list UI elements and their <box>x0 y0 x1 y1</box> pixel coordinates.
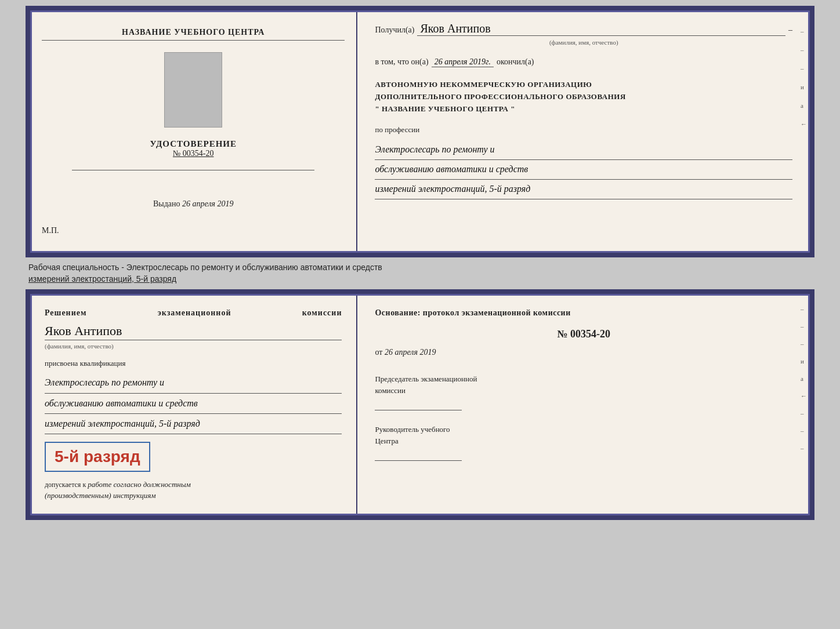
profession-line1: Электрослесарь по ремонту и <box>375 140 792 160</box>
qual-line2: обслуживанию автоматики и средств <box>45 394 342 414</box>
document-wrapper: НАЗВАНИЕ УЧЕБНОГО ЦЕНТРА УДОСТОВЕРЕНИЕ №… <box>26 6 814 520</box>
qualification-block: Электрослесарь по ремонту и обслуживанию… <box>45 373 342 434</box>
chairman-title2: комиссии <box>375 385 792 397</box>
admitted-handwritten2: (производственным) инструкциям <box>45 491 156 500</box>
recipient-line: Получил(а) Яков Антипов – <box>375 22 792 36</box>
middle-line1: Рабочая специальность - Электрослесарь п… <box>28 262 812 274</box>
org-line3: " НАЗВАНИЕ УЧЕБНОГО ЦЕНТРА " <box>375 103 792 115</box>
commission-title: Решением экзаменационной комиссии <box>45 308 342 318</box>
right-edge-marks: – – – и а ← <box>801 28 807 128</box>
protocol-date: от 26 апреля 2019 <box>375 348 792 357</box>
middle-line2: измерений электростанций, 5-й разряд <box>28 274 812 285</box>
recipient-prefix: Получил(а) <box>375 26 414 35</box>
head-block: Руководитель учебного Центра <box>375 424 792 461</box>
right-edge-marks-bottom: – – – и а ← – – – <box>801 306 807 452</box>
qualification-label: присвоена квалификация <box>45 359 342 368</box>
issued-label: Выдано <box>153 199 180 208</box>
commission-name: Яков Антипов <box>45 322 342 340</box>
profession-line3: измерений электростанций, 5-й разряд <box>375 180 792 199</box>
org-name-top: НАЗВАНИЕ УЧЕБНОГО ЦЕНТРА <box>42 28 345 41</box>
chairman-signature <box>375 399 462 410</box>
protocol-date-prefix: от <box>375 348 382 357</box>
qual-line1: Электрослесарь по ремонту и <box>45 373 342 393</box>
profession-block: Электрослесарь по ремонту и обслуживанию… <box>375 140 792 199</box>
protocol-date-value: 26 апреля 2019 <box>385 348 436 357</box>
bottom-right-panel: Основание: протокол экзаменационной коми… <box>357 294 810 515</box>
rank-text: 5-й разряд <box>55 448 140 466</box>
chairman-block: Председатель экзаменационной комиссии <box>375 373 792 410</box>
date-value: 26 апреля 2019г. <box>432 57 494 67</box>
top-right-panel: Получил(а) Яков Антипов – (фамилия, имя,… <box>357 10 810 253</box>
admitted-handwritten1: работе согласно должностным <box>88 480 191 489</box>
org-line1: АВТОНОМНУЮ НЕКОММЕРЧЕСКУЮ ОРГАНИЗАЦИЮ <box>375 79 792 91</box>
photo-placeholder <box>164 52 222 128</box>
chairman-title: Председатель экзаменационной <box>375 373 792 385</box>
bottom-document: Решением экзаменационной комиссии Яков А… <box>26 289 814 520</box>
date-line: в том, что он(а) 26 апреля 2019г. окончи… <box>375 57 792 67</box>
date-suffix: окончил(а) <box>497 57 534 67</box>
profession-line2: обслуживанию автоматики и средств <box>375 160 792 180</box>
top-left-panel: НАЗВАНИЕ УЧЕБНОГО ЦЕНТРА УДОСТОВЕРЕНИЕ №… <box>30 10 357 253</box>
protocol-number: № 00354-20 <box>375 328 792 340</box>
mp-label: М.П. <box>42 226 59 235</box>
issued-date: 26 апреля 2019 <box>182 199 233 208</box>
issued-line: Выдано 26 апреля 2019 <box>153 199 234 209</box>
org-line2: ДОПОЛНИТЕЛЬНОГО ПРОФЕССИОНАЛЬНОГО ОБРАЗО… <box>375 91 792 103</box>
qual-line3: измерений электростанций, 5-й разряд <box>45 414 342 434</box>
top-document: НАЗВАНИЕ УЧЕБНОГО ЦЕНТРА УДОСТОВЕРЕНИЕ №… <box>26 6 814 257</box>
admitted-label: допускается к <box>45 481 86 489</box>
name-subtitle: (фамилия, имя, отчество) <box>375 39 792 46</box>
bottom-left-panel: Решением экзаменационной комиссии Яков А… <box>30 294 357 515</box>
date-prefix: в том, что он(а) <box>375 57 428 67</box>
cert-number: № 00354-20 <box>150 149 237 158</box>
cert-title: УДОСТОВЕРЕНИЕ <box>150 139 237 149</box>
rank-box: 5-й разряд <box>45 442 150 472</box>
recipient-name: Яков Антипов <box>417 22 785 36</box>
commission-name-subtitle: (фамилия, имя, отчество) <box>45 343 342 350</box>
admitted-text: допускается к работе согласно должностны… <box>45 479 342 500</box>
middle-text: Рабочая специальность - Электрослесарь п… <box>26 257 814 289</box>
head-title: Руководитель учебного <box>375 424 792 435</box>
head-signature <box>375 449 462 461</box>
profession-label: по профессии <box>375 125 792 134</box>
head-title2: Центра <box>375 435 792 447</box>
cert-title-block: УДОСТОВЕРЕНИЕ № 00354-20 <box>150 139 237 158</box>
basis-label: Основание: протокол экзаменационной коми… <box>375 308 792 318</box>
org-block: АВТОНОМНУЮ НЕКОММЕРЧЕСКУЮ ОРГАНИЗАЦИЮ ДО… <box>375 79 792 115</box>
